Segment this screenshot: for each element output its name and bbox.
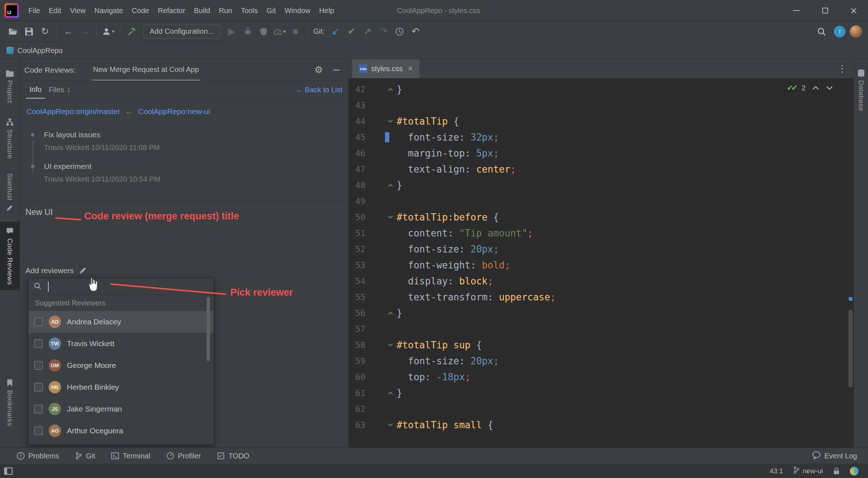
reviewer-row[interactable]: GMGeorge Moore: [28, 355, 214, 376]
target-branch-link[interactable]: CoolAppRepo:origin/master: [27, 107, 120, 116]
run-configuration-select[interactable]: Add Configuration...: [143, 25, 220, 39]
git-branch-widget[interactable]: new-ui: [793, 466, 823, 476]
code-line[interactable]: 59 font-size: 20px;: [349, 353, 848, 369]
reviewer-row[interactable]: JSJake Singerman: [28, 398, 214, 420]
forward-icon[interactable]: →: [77, 24, 92, 39]
commit-item[interactable]: Fix layout issuesTravis Wickett 10/11/20…: [44, 130, 339, 152]
menu-window[interactable]: Window: [280, 0, 315, 21]
close-button[interactable]: ×: [839, 0, 868, 21]
menu-run[interactable]: Run: [215, 0, 237, 21]
statusbar-problems[interactable]: Problems: [17, 452, 59, 460]
editor-tab-styles-css[interactable]: css styles.css ×: [352, 59, 419, 78]
git-cherry-pick-icon[interactable]: ↷: [376, 24, 391, 39]
menu-navigate[interactable]: Navigate: [90, 0, 127, 21]
profiler-toolbar-icon[interactable]: ▾: [272, 24, 287, 39]
code-line[interactable]: 54 display: block;: [349, 273, 848, 289]
code-line[interactable]: 48}: [349, 177, 848, 193]
commit-item[interactable]: UI experimentTravis Wickett 10/11/2020 1…: [44, 162, 339, 183]
reviewer-checkbox[interactable]: [34, 339, 43, 348]
menu-file[interactable]: File: [24, 0, 44, 21]
menu-view[interactable]: View: [66, 0, 90, 21]
search-everywhere-icon[interactable]: [814, 24, 829, 39]
code-line[interactable]: 45 font-size: 32px;: [349, 129, 848, 145]
minimize-button[interactable]: [782, 0, 811, 21]
code-with-me-icon[interactable]: [850, 467, 859, 475]
code-line[interactable]: 43: [349, 97, 848, 113]
popup-scrollbar[interactable]: [207, 297, 210, 361]
code-line[interactable]: 52 font-size: 20px;: [349, 241, 848, 257]
tool-window-toggle-icon[interactable]: [4, 466, 13, 476]
code-line[interactable]: 47 text-align: center;: [349, 161, 848, 177]
tool-stripe-code-reviews[interactable]: Code Reviews: [0, 222, 20, 290]
reviewer-row[interactable]: AOArthur Oceguera: [28, 420, 214, 442]
scrollbar-thumb[interactable]: [848, 310, 853, 388]
code-line[interactable]: 57: [349, 321, 848, 337]
menu-help[interactable]: Help: [315, 0, 338, 21]
code-line[interactable]: 53 font-weight: bold;: [349, 257, 848, 273]
code-line[interactable]: 51 content: "Tip amount";: [349, 225, 848, 241]
reviewer-row[interactable]: ADAndrea Delacey: [28, 311, 214, 333]
reviewer-row[interactable]: [28, 442, 214, 445]
fold-marker-icon[interactable]: [386, 422, 395, 428]
hide-panel-icon[interactable]: [333, 70, 340, 70]
code-line[interactable]: 58#totalTip sup {: [349, 337, 848, 353]
statusbar-todo[interactable]: TODO: [217, 452, 249, 460]
tool-stripe-project[interactable]: Project: [0, 64, 20, 108]
git-rollback-icon[interactable]: ↶: [408, 24, 423, 39]
caret-position[interactable]: 43:1: [770, 467, 783, 475]
prev-problem-icon[interactable]: [812, 85, 819, 90]
editor-options-icon[interactable]: ⋮: [837, 63, 847, 74]
sync-icon[interactable]: ↻: [38, 24, 52, 39]
open-folder-icon[interactable]: [6, 24, 20, 39]
code-line[interactable]: 60 top: -18px;: [349, 369, 848, 385]
maximize-button[interactable]: [811, 0, 839, 21]
fold-marker-icon[interactable]: [386, 311, 395, 316]
menu-build[interactable]: Build: [190, 0, 214, 21]
code-line[interactable]: 49: [349, 193, 848, 209]
reviewer-search-field[interactable]: [28, 278, 214, 295]
fold-marker-icon[interactable]: [386, 87, 395, 92]
menu-code[interactable]: Code: [127, 0, 154, 21]
stop-icon[interactable]: ■: [288, 24, 303, 39]
debug-icon[interactable]: [240, 24, 255, 39]
account-avatar[interactable]: [850, 25, 862, 38]
back-icon[interactable]: ←: [61, 24, 76, 39]
event-log-button[interactable]: Event Log: [812, 451, 857, 461]
code-line[interactable]: 50#totalTip:before {: [349, 209, 848, 225]
reviewer-row[interactable]: TWTravis Wickett: [28, 333, 214, 355]
build-hammer-icon[interactable]: [125, 24, 139, 39]
edit-reviewers-pencil-icon[interactable]: [79, 267, 87, 275]
reviewer-checkbox[interactable]: [34, 405, 43, 413]
statusbar-terminal[interactable]: Terminal: [111, 452, 150, 460]
run-icon[interactable]: ▶: [224, 24, 239, 39]
code-line[interactable]: 63#totalTip small {: [349, 417, 848, 433]
git-push-icon[interactable]: ↗: [360, 24, 375, 39]
code-line[interactable]: 44#totalTip {: [349, 113, 848, 129]
reviewer-checkbox[interactable]: [34, 426, 43, 435]
reviewer-checkbox[interactable]: [34, 361, 43, 370]
code-line[interactable]: 42}: [349, 81, 848, 97]
tool-stripe-bookmarks[interactable]: Bookmarks: [0, 373, 20, 432]
git-update-icon[interactable]: ↙: [328, 24, 343, 39]
coverage-icon[interactable]: [256, 24, 271, 39]
user-profile-icon[interactable]: ▾: [101, 24, 115, 39]
fold-marker-icon[interactable]: [386, 215, 395, 220]
reviewer-checkbox[interactable]: [34, 383, 43, 392]
menu-edit[interactable]: Edit: [44, 0, 65, 21]
git-commit-icon[interactable]: ✔: [344, 24, 359, 39]
tool-stripe-database[interactable]: Database: [854, 64, 868, 116]
menu-git[interactable]: Git: [262, 0, 280, 21]
tab-info[interactable]: Info: [26, 81, 45, 99]
reviewer-checkbox[interactable]: [34, 317, 43, 326]
git-history-icon[interactable]: [392, 24, 407, 39]
review-title[interactable]: New UI: [25, 207, 53, 217]
fold-marker-icon[interactable]: [386, 119, 395, 124]
next-problem-icon[interactable]: [826, 85, 833, 90]
fold-marker-icon[interactable]: [386, 183, 395, 188]
close-tab-icon[interactable]: ×: [408, 64, 413, 74]
breadcrumb-project[interactable]: CoolAppRepo: [17, 46, 63, 55]
menu-refactor[interactable]: Refactor: [153, 0, 190, 21]
code-line[interactable]: 62: [349, 401, 848, 417]
lock-icon[interactable]: [833, 467, 840, 475]
tool-stripe-structure[interactable]: Structure: [0, 113, 20, 164]
